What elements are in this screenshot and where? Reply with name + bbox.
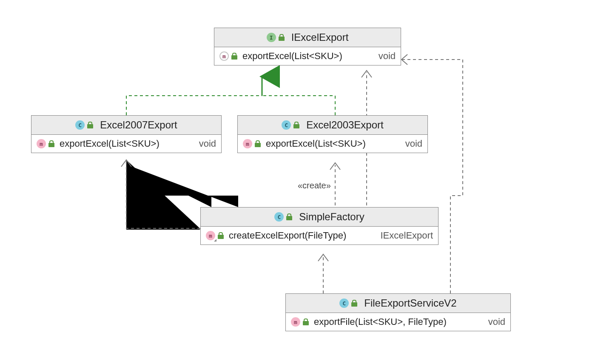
type-name: Excel2003Export	[306, 119, 383, 131]
static-method-icon: m	[206, 231, 215, 240]
method-signature: exportExcel(List<SKU>)	[266, 138, 366, 149]
method-signature: exportExcel(List<SKU>)	[60, 138, 159, 149]
return-type: IExcelExport	[373, 230, 433, 241]
interface-icon: I	[267, 33, 276, 42]
lock-icon	[231, 53, 237, 60]
class-icon: C	[274, 212, 284, 222]
method-signature: exportExcel(List<SKU>)	[242, 51, 342, 62]
method-row: m exportExcel(List<SKU>) void	[214, 47, 401, 65]
method-icon: m	[291, 317, 300, 327]
method-row: m exportFile(List<SKU>, FileType) void	[286, 313, 510, 331]
class-header: C Excel2003Export	[238, 116, 427, 135]
method-icon: m	[243, 139, 252, 148]
class-header: C FileExportServiceV2	[286, 294, 510, 313]
lock-icon	[87, 122, 93, 128]
interface-iexcelexport: I IExcelExport m exportExcel(List<SKU>) …	[214, 28, 401, 65]
class-simplefactory: C SimpleFactory m createExcelExport(File…	[200, 207, 439, 245]
lock-icon	[218, 232, 224, 239]
return-type: void	[371, 51, 396, 62]
return-type: void	[481, 316, 505, 327]
lock-icon	[286, 213, 292, 220]
method-signature: exportFile(List<SKU>, FileType)	[314, 316, 447, 327]
class-fileexportservicev2: C FileExportServiceV2 m exportFile(List<…	[285, 293, 511, 331]
method-icon: m	[37, 139, 46, 148]
type-name: SimpleFactory	[299, 211, 364, 223]
class-icon: C	[75, 120, 85, 130]
class-header: I IExcelExport	[214, 28, 401, 47]
method-row: m exportExcel(List<SKU>) void	[31, 135, 221, 153]
lock-icon	[293, 122, 299, 128]
lock-icon	[351, 300, 357, 307]
stereotype-create-1: «create»	[136, 181, 169, 191]
lock-icon	[48, 140, 54, 147]
lock-icon	[255, 140, 261, 147]
type-name: IExcelExport	[291, 31, 349, 43]
class-icon: C	[282, 120, 291, 130]
return-type: void	[398, 138, 422, 149]
return-type: void	[191, 138, 216, 149]
type-name: Excel2007Export	[100, 119, 177, 131]
method-row: m createExcelExport(FileType) IExcelExpo…	[201, 227, 438, 245]
class-icon: C	[339, 299, 349, 308]
lock-icon	[279, 34, 285, 41]
abstract-method-icon: m	[219, 51, 229, 61]
lock-icon	[303, 318, 309, 325]
class-header: C SimpleFactory	[201, 208, 438, 227]
class-header: C Excel2007Export	[31, 116, 221, 135]
class-excel2003export: C Excel2003Export m exportExcel(List<SKU…	[237, 115, 428, 153]
method-row: m exportExcel(List<SKU>) void	[238, 135, 427, 153]
class-excel2007export: C Excel2007Export m exportExcel(List<SKU…	[31, 115, 222, 153]
type-name: FileExportServiceV2	[364, 297, 456, 309]
method-signature: createExcelExport(FileType)	[229, 230, 346, 241]
stereotype-create-2: «create»	[298, 181, 331, 191]
